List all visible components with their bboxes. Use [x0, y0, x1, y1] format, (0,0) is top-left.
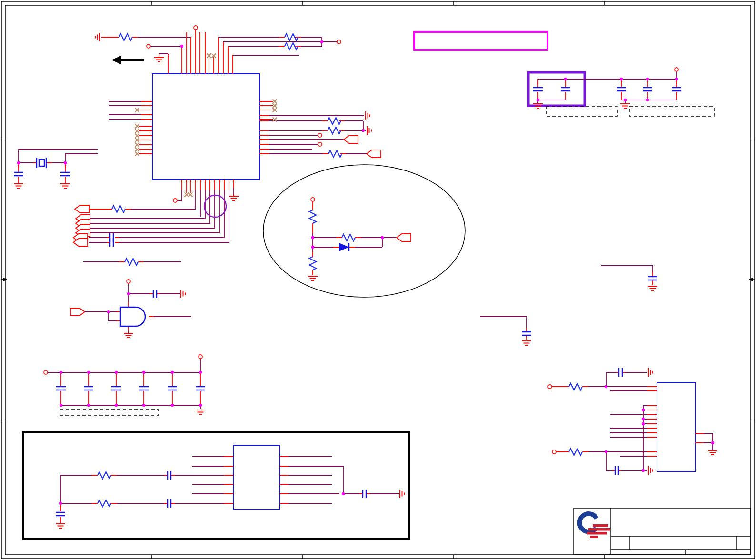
capacitor [153, 290, 157, 298]
arrow-annotation [111, 56, 144, 64]
capacitor [60, 172, 70, 176]
port-arrow-icon [397, 234, 411, 241]
port-arrow-icon [75, 205, 89, 213]
crystal-body [39, 160, 44, 166]
port-arrow-icon [70, 308, 85, 316]
earth-ground-icon [648, 466, 653, 475]
rc-snippet-b [480, 317, 531, 345]
capacitor [363, 490, 366, 498]
right-edge-arrow-icon [749, 278, 755, 282]
shielded-circuit-box [23, 432, 409, 539]
capacitor [14, 172, 23, 176]
ground-icon [154, 58, 164, 62]
port-arrow-icon [73, 239, 88, 246]
resistor [328, 127, 341, 134]
schematic-canvas [0, 0, 756, 560]
junction-dots [60, 371, 202, 407]
and-gate-body [120, 307, 145, 326]
capacitor [56, 512, 65, 516]
capacitor [110, 238, 113, 247]
logo-stripe [593, 524, 608, 527]
logo-stripe [590, 536, 598, 538]
capacitor [168, 471, 171, 480]
ground-icon [648, 286, 657, 290]
resistor [112, 206, 125, 212]
capacitor [648, 277, 657, 280]
earth-ground-icon [400, 490, 404, 498]
port-arrow-icon [344, 136, 358, 143]
resistor [569, 449, 582, 455]
resistor [119, 34, 132, 40]
ground-icon [196, 410, 205, 414]
resistor [569, 383, 582, 390]
interface-ic-body [233, 445, 280, 510]
earth-ground-icon [366, 111, 370, 120]
ground-icon [124, 333, 133, 338]
series-resistor-line [83, 259, 181, 265]
port-arrow-icon [367, 150, 381, 158]
earth-ground-icon [181, 290, 185, 298]
ground-icon [308, 276, 318, 280]
title-block [574, 508, 751, 555]
inner-border [5, 5, 751, 555]
ground-icon [522, 341, 531, 345]
capacitor [168, 499, 171, 508]
logo-stripe [587, 532, 607, 535]
ground-icon [56, 524, 65, 528]
resistor [125, 259, 138, 265]
resistor [309, 210, 316, 223]
resistor [309, 257, 316, 270]
main-ic-body [152, 74, 259, 180]
title-block-frame [574, 508, 751, 555]
logo-stripe [588, 528, 610, 531]
capacitor [522, 332, 531, 335]
left-edge-arrow-icon [1, 278, 7, 282]
cap-bank-block [44, 355, 205, 415]
resistor [342, 234, 355, 241]
dashed-annotation-box [629, 107, 714, 116]
capacitor [619, 368, 622, 377]
capacitor-symbols [533, 88, 681, 91]
black-outline-box [23, 432, 409, 539]
rc-snippet-a [601, 266, 657, 290]
dashed-annotation-box [546, 107, 617, 116]
earth-ground-icon [95, 33, 99, 41]
diode-symbol [339, 243, 349, 251]
earth-ground-icon [648, 368, 653, 377]
resistor [98, 472, 111, 479]
company-logo [579, 514, 610, 538]
secondary-ic-body [657, 382, 695, 471]
capacitor-symbols [110, 233, 113, 247]
detail-ellipse-block [263, 165, 465, 297]
resistor [98, 500, 111, 507]
secondary-ic-block [548, 368, 717, 475]
ground-icon [60, 184, 70, 188]
dashed-annotation-box [60, 410, 159, 415]
ground-icon [620, 104, 630, 108]
resistor [328, 150, 342, 157]
ground-icon [229, 196, 239, 200]
capacitor [615, 466, 618, 475]
top-right-cap-group [414, 32, 714, 116]
ground-icon [708, 450, 717, 455]
capacitor-symbols [56, 387, 205, 390]
ground-icon [14, 184, 23, 188]
highlight-ellipse [263, 165, 465, 297]
highlight-box-magenta [414, 32, 547, 50]
title-block-grid [611, 508, 751, 555]
crystal-oscillator-block [14, 149, 98, 188]
and-gate-block [70, 280, 191, 338]
junction-dots [537, 78, 678, 101]
highlight-circle [204, 195, 226, 217]
resistor [328, 118, 341, 124]
earth-ground-icon [367, 126, 371, 135]
